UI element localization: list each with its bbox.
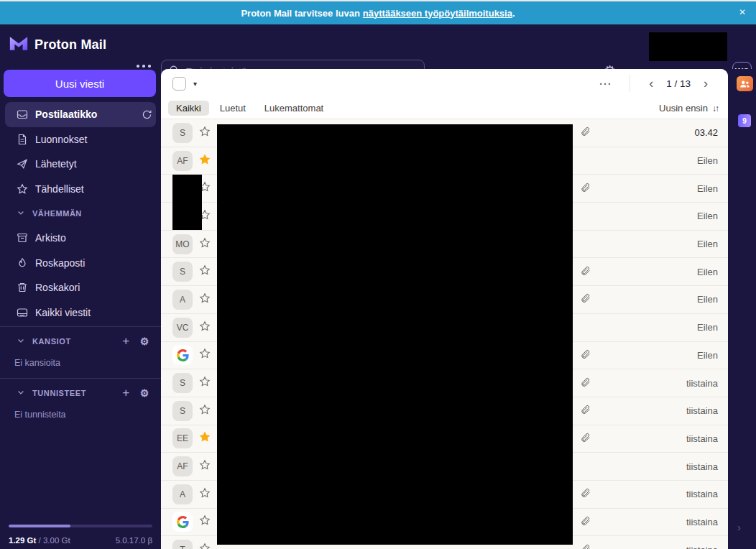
redacted-region: [217, 124, 573, 545]
star-icon[interactable]: [199, 431, 211, 446]
star-icon[interactable]: [199, 543, 211, 549]
message-date: tiistaina: [596, 405, 718, 416]
filter-bar: Kaikki Luetut Lukemattomat Uusin ensin ↓…: [161, 98, 728, 119]
sidebar-item-inbox[interactable]: Postilaatikko: [5, 102, 156, 127]
logo-wordmark: Proton Mail: [34, 37, 106, 52]
message-date: Eilen: [596, 294, 718, 305]
sidebar-nav: Postilaatikko Luonnokset Lähetetyt: [0, 102, 161, 428]
star-icon[interactable]: [199, 154, 211, 168]
sidebar-item-label: Lähetetyt: [35, 158, 77, 170]
add-label-icon[interactable]: +: [122, 386, 130, 400]
avatar-initials: S: [180, 378, 185, 388]
star-icon[interactable]: [199, 515, 211, 529]
attachment-paperclip-icon: [580, 404, 591, 417]
attachment-paperclip-icon: [580, 265, 591, 279]
filter-all[interactable]: Kaikki: [168, 101, 209, 116]
sender-avatar[interactable]: VC: [172, 318, 193, 338]
app-header: Proton Mail ⚙ WS: [0, 24, 756, 69]
star-icon[interactable]: [199, 487, 211, 502]
filter-unread[interactable]: Lukemattomat: [257, 101, 331, 116]
filter-read[interactable]: Luetut: [212, 101, 254, 116]
sidebar-item-spam[interactable]: Roskaposti: [0, 251, 161, 276]
chevron-down-icon: [17, 208, 25, 218]
next-page-button[interactable]: ›: [693, 76, 718, 91]
star-icon[interactable]: [199, 292, 211, 307]
sender-avatar[interactable]: A: [172, 290, 193, 310]
sender-avatar[interactable]: [172, 345, 193, 365]
sidebar-item-sent[interactable]: Lähetetyt: [0, 152, 161, 177]
more-options-button[interactable]: ⋯: [590, 76, 621, 91]
sidebar-item-label: Roskaposti: [35, 257, 85, 269]
avatar-initials: EE: [177, 433, 188, 443]
refresh-icon[interactable]: [142, 109, 152, 120]
proton-mail-logo[interactable]: Proton Mail: [9, 35, 106, 55]
message-date: tiistaina: [596, 517, 718, 527]
sidebar-item-archive[interactable]: Arkisto: [0, 226, 161, 251]
sidebar-item-trash[interactable]: Roskakori: [0, 275, 161, 300]
star-icon[interactable]: [199, 126, 211, 140]
star-icon[interactable]: [199, 459, 211, 474]
star-icon[interactable]: [199, 348, 211, 362]
sidebar-section-labels[interactable]: TUNNISTEET + ⚙: [0, 381, 161, 405]
star-icon[interactable]: [199, 376, 211, 390]
banner-suffix: .: [512, 8, 515, 19]
folder-settings-gear-icon[interactable]: ⚙: [140, 336, 149, 347]
message-date: Eilen: [596, 239, 718, 249]
star-icon[interactable]: [199, 237, 211, 252]
sender-avatar[interactable]: S: [172, 262, 193, 282]
banner-link[interactable]: näyttääkseen työpöytäilmoituksia: [363, 8, 512, 19]
sender-avatar[interactable]: S: [172, 123, 193, 143]
sidebar-item-label: Roskakori: [35, 282, 80, 293]
sender-avatar[interactable]: EE: [172, 428, 193, 448]
message-date: Eilen: [596, 267, 718, 277]
compose-button[interactable]: Uusi viesti: [4, 70, 156, 97]
sidebar-item-all-mail[interactable]: Kaikki viestit: [0, 300, 161, 326]
sender-avatar[interactable]: A: [172, 484, 193, 504]
avatar-initials: T: [180, 545, 185, 549]
close-icon[interactable]: ✕: [739, 7, 746, 17]
calendar-icon[interactable]: 9: [738, 114, 751, 127]
sidebar-section-folders[interactable]: KANSIOT + ⚙: [0, 329, 161, 354]
avatar-initials: A: [180, 489, 185, 499]
sidebar-item-starred[interactable]: Tähdelliset: [0, 177, 161, 202]
sender-avatar[interactable]: T: [172, 540, 193, 549]
star-icon[interactable]: [199, 404, 211, 418]
expand-panel-chevron-icon[interactable]: ›: [737, 521, 741, 533]
star-icon[interactable]: [199, 264, 211, 279]
sender-avatar[interactable]: S: [172, 373, 193, 393]
storage-usage: 1.29 Gt / 3.00 Gt: [9, 536, 70, 545]
sidebar-item-label: Kaikki viestit: [35, 307, 91, 318]
sidebar-toggle-less[interactable]: VÄHEMMÄN: [0, 201, 161, 226]
inbox-icon: [17, 109, 28, 120]
message-date: tiistaina: [596, 433, 718, 444]
star-icon[interactable]: [199, 320, 211, 335]
sort-selector[interactable]: Uusin ensin ↓↑: [659, 103, 718, 114]
attachment-paperclip-icon: [580, 182, 591, 195]
archive-icon: [17, 232, 28, 244]
section-title: TUNNISTEET: [32, 389, 86, 397]
sidebar-item-label: Postilaatikko: [35, 109, 97, 120]
select-all-checkbox[interactable]: [172, 77, 186, 91]
message-date: Eilen: [596, 350, 718, 361]
attachment-paperclip-icon: [580, 126, 591, 139]
sender-avatar[interactable]: [172, 512, 193, 532]
prev-page-button[interactable]: ‹: [639, 76, 663, 91]
message-date: Eilen: [596, 183, 718, 194]
sidebar-item-drafts[interactable]: Luonnokset: [0, 127, 161, 152]
contacts-icon[interactable]: [737, 76, 753, 91]
labels-empty-note: Ei tunnisteita: [0, 405, 161, 428]
chevron-down-icon: [17, 388, 25, 398]
redacted-region: [172, 175, 202, 230]
label-settings-gear-icon[interactable]: ⚙: [140, 387, 149, 399]
add-folder-icon[interactable]: +: [122, 334, 130, 349]
select-dropdown-caret[interactable]: ▾: [193, 80, 197, 88]
message-date: tiistaina: [596, 378, 718, 389]
sender-avatar[interactable]: MO: [172, 234, 193, 254]
app-version: 5.0.17.0 β: [116, 536, 152, 545]
sender-avatar[interactable]: S: [172, 401, 193, 421]
sender-avatar[interactable]: AF: [172, 151, 193, 171]
star-icon: [17, 183, 28, 195]
mail-panel: ▾ ⋯ ‹ 1 / 13 › Kaikki Luetut Lukemattoma…: [161, 69, 728, 549]
sent-icon: [17, 158, 28, 170]
sender-avatar[interactable]: AF: [172, 456, 193, 476]
